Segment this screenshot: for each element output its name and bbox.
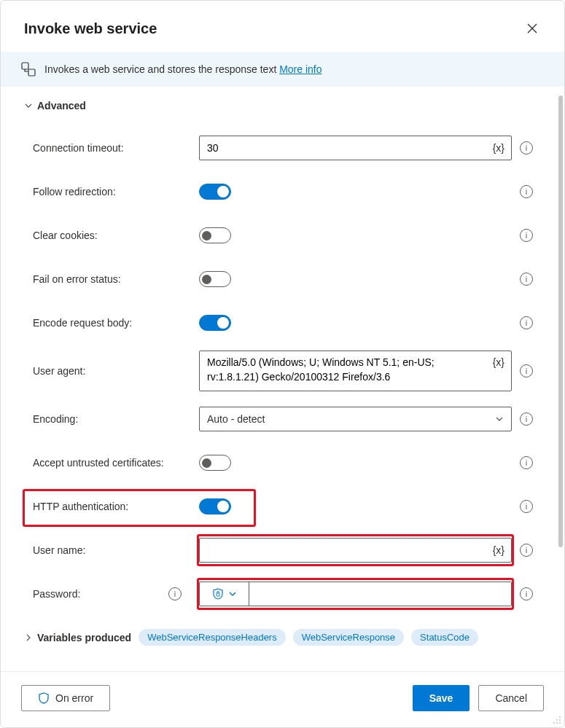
http-auth-label: HTTP authentication:	[24, 501, 199, 512]
scrollbar-thumb[interactable]	[558, 95, 563, 547]
variables-produced-toggle[interactable]: Variables produced	[24, 632, 131, 643]
follow-redirection-label: Follow redirection:	[24, 186, 199, 197]
info-icon[interactable]: i	[520, 587, 533, 600]
save-button[interactable]: Save	[413, 685, 470, 711]
variable-chip[interactable]: WebServiceResponse	[293, 629, 404, 646]
variable-chip[interactable]: WebServiceResponseHeaders	[139, 629, 286, 646]
variables-produced-label: Variables produced	[37, 632, 131, 643]
svg-point-7	[556, 722, 558, 724]
encoding-label: Encoding:	[24, 413, 199, 425]
chevron-down-icon	[24, 101, 33, 110]
section-advanced-label: Advanced	[37, 100, 86, 111]
chevron-right-icon	[24, 633, 33, 642]
info-icon[interactable]: i	[520, 141, 533, 154]
svg-rect-2	[217, 593, 219, 596]
dialog-header: Invoke web service	[1, 1, 564, 52]
password-label: Password:	[33, 588, 80, 600]
dialog-body: Advanced Connection timeout: {x} i Follo…	[1, 87, 564, 671]
clear-cookies-label: Clear cookies:	[24, 230, 199, 241]
close-icon	[527, 23, 537, 34]
on-error-label: On error	[55, 692, 93, 704]
encoding-value: Auto - detect	[207, 413, 265, 425]
more-info-link[interactable]: More info	[279, 63, 322, 75]
svg-point-5	[559, 719, 561, 721]
svg-point-3	[559, 716, 561, 718]
close-button[interactable]	[521, 17, 544, 40]
info-icon[interactable]: i	[520, 500, 533, 513]
svg-rect-1	[28, 69, 35, 76]
accept-untrusted-toggle[interactable]	[199, 455, 231, 471]
shield-icon	[38, 692, 50, 704]
variable-token-button[interactable]: {x}	[493, 142, 504, 154]
connection-timeout-label: Connection timeout:	[24, 142, 199, 154]
user-name-input[interactable]	[199, 538, 512, 563]
info-icon[interactable]: i	[520, 273, 533, 286]
encode-body-toggle[interactable]	[199, 315, 231, 331]
resize-grip-icon[interactable]	[553, 716, 561, 724]
info-icon[interactable]: i	[520, 544, 533, 557]
chevron-down-icon	[228, 590, 237, 598]
svg-rect-0	[22, 63, 28, 69]
info-banner-text: Invokes a web service and stores the res…	[44, 63, 322, 75]
info-icon[interactable]: i	[168, 587, 182, 600]
dialog-footer: On error Save Cancel	[1, 671, 564, 727]
fail-on-error-toggle[interactable]	[199, 271, 231, 287]
http-auth-toggle[interactable]	[199, 498, 231, 514]
web-service-icon	[21, 62, 36, 77]
encoding-select[interactable]: Auto - detect	[199, 407, 512, 431]
accept-untrusted-label: Accept untrusted certificates:	[24, 457, 199, 469]
password-type-picker[interactable]	[200, 582, 249, 606]
info-icon[interactable]: i	[520, 229, 533, 242]
password-input[interactable]	[249, 582, 511, 606]
info-icon[interactable]: i	[520, 316, 533, 329]
svg-point-8	[559, 722, 561, 724]
fail-on-error-label: Fail on error status:	[24, 273, 199, 285]
info-icon[interactable]: i	[520, 364, 533, 377]
svg-point-4	[556, 719, 558, 721]
info-banner: Invokes a web service and stores the res…	[1, 52, 564, 87]
variable-token-button[interactable]: {x}	[493, 544, 504, 556]
info-icon[interactable]: i	[520, 185, 533, 198]
info-icon[interactable]: i	[520, 412, 533, 426]
user-agent-input[interactable]	[199, 351, 512, 391]
on-error-button[interactable]: On error	[21, 685, 110, 711]
user-agent-label: User agent:	[24, 365, 199, 377]
chevron-down-icon	[495, 415, 504, 423]
variable-chip[interactable]: StatusCode	[411, 629, 478, 646]
variable-token-button[interactable]: {x}	[493, 356, 504, 368]
info-icon[interactable]: i	[520, 456, 533, 469]
connection-timeout-input[interactable]	[199, 136, 512, 160]
user-name-label: User name:	[24, 544, 199, 556]
clear-cookies-toggle[interactable]	[199, 227, 231, 243]
section-advanced[interactable]: Advanced	[24, 100, 541, 111]
follow-redirection-toggle[interactable]	[199, 184, 231, 200]
shield-lock-icon	[212, 588, 224, 600]
svg-point-6	[553, 722, 555, 724]
dialog-title: Invoke web service	[24, 20, 157, 37]
cancel-button[interactable]: Cancel	[478, 685, 544, 711]
encode-body-label: Encode request body:	[24, 317, 199, 329]
